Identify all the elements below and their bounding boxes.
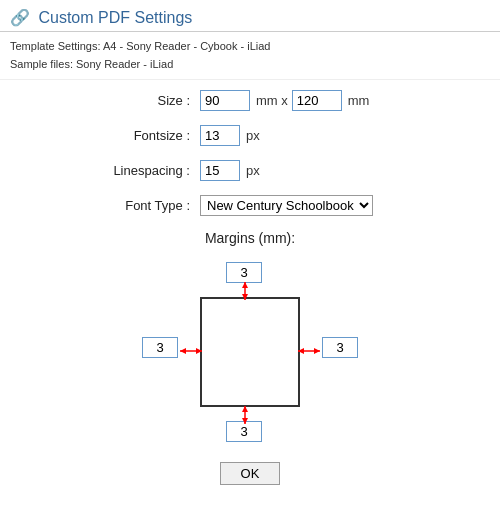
fontsize-label: Fontsize : [20, 128, 200, 143]
svg-marker-8 [196, 348, 202, 354]
size-height-input[interactable] [292, 90, 342, 111]
linespacing-unit: px [246, 163, 260, 178]
linespacing-input[interactable] [200, 160, 240, 181]
page-rect [200, 297, 300, 407]
ok-button[interactable]: OK [220, 462, 281, 485]
fonttype-row: Font Type : New Century SchoolbookArialT… [20, 195, 480, 216]
svg-marker-7 [180, 348, 186, 354]
fonttype-select[interactable]: New Century SchoolbookArialTimes New Rom… [200, 195, 373, 216]
svg-marker-10 [298, 348, 304, 354]
page-title: 🔗 Custom PDF Settings [10, 8, 490, 27]
size-width-input[interactable] [200, 90, 250, 111]
arrow-left-svg [180, 346, 202, 356]
fonttype-controls: New Century SchoolbookArialTimes New Rom… [200, 195, 373, 216]
fontsize-unit: px [246, 128, 260, 143]
svg-marker-11 [314, 348, 320, 354]
svg-marker-1 [242, 282, 248, 288]
template-info: Template Settings: A4 - Sony Reader - Cy… [0, 32, 500, 80]
svg-marker-5 [242, 418, 248, 424]
size-unit-mm2: mm [348, 93, 370, 108]
linespacing-controls: px [200, 160, 260, 181]
margin-bottom-container [226, 421, 262, 442]
size-label: Size : [20, 93, 200, 108]
fonttype-label: Font Type : [20, 198, 200, 213]
margins-section: Margins (mm): [20, 230, 480, 442]
linespacing-label: Linespacing : [20, 163, 200, 178]
fontsize-input[interactable] [200, 125, 240, 146]
svg-marker-2 [242, 294, 248, 300]
margin-top-container [226, 262, 262, 283]
fontsize-row: Fontsize : px [20, 125, 480, 146]
margin-top-input[interactable] [226, 262, 262, 283]
ok-section: OK [20, 462, 480, 505]
margins-title: Margins (mm): [20, 230, 480, 246]
margin-bottom-input[interactable] [226, 421, 262, 442]
fontsize-controls: px [200, 125, 260, 146]
page-header: 🔗 Custom PDF Settings [0, 0, 500, 32]
margin-right-input[interactable] [322, 337, 358, 358]
form-area: Size : mm x mm Fontsize : px Linespacing… [0, 80, 500, 511]
linespacing-row: Linespacing : px [20, 160, 480, 181]
template-line2: Sample files: Sony Reader - iLiad [10, 56, 490, 74]
arrow-bottom-svg [240, 406, 250, 424]
link-icon: 🔗 [10, 9, 30, 26]
margin-diagram [140, 262, 360, 442]
margin-right-container [322, 337, 358, 358]
template-line1: Template Settings: A4 - Sony Reader - Cy… [10, 38, 490, 56]
svg-marker-4 [242, 406, 248, 412]
margin-left-input[interactable] [142, 337, 178, 358]
arrow-top-svg [240, 282, 250, 300]
margin-left-container [142, 337, 178, 358]
size-unit-mm1: mm x [256, 93, 288, 108]
arrow-right-svg [298, 346, 320, 356]
size-row: Size : mm x mm [20, 90, 480, 111]
size-controls: mm x mm [200, 90, 369, 111]
